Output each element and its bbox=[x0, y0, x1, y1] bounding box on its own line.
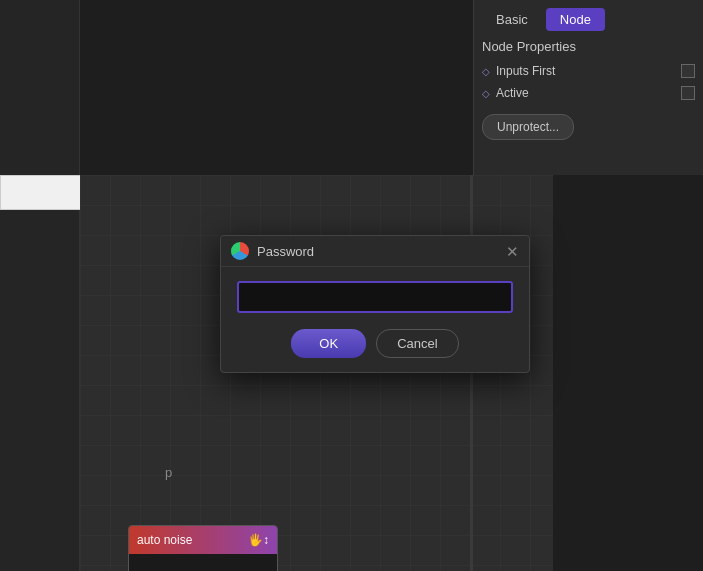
tab-basic[interactable]: Basic bbox=[482, 8, 542, 31]
sidebar bbox=[0, 0, 80, 571]
node-box[interactable]: auto noise 🖐↕ bbox=[128, 525, 278, 571]
inputs-first-checkbox[interactable] bbox=[681, 64, 695, 78]
dialog-body: OK Cancel bbox=[221, 267, 529, 372]
ok-button[interactable]: OK bbox=[291, 329, 366, 358]
node-icon: 🖐↕ bbox=[248, 533, 269, 547]
blender-icon bbox=[231, 242, 249, 260]
panel-title: Node Properties bbox=[482, 39, 695, 54]
password-dialog: Password ✕ OK Cancel bbox=[220, 235, 530, 373]
password-input[interactable] bbox=[237, 281, 513, 313]
tabs: Basic Node bbox=[482, 8, 695, 31]
canvas-label: p bbox=[165, 465, 172, 480]
unprotect-button[interactable]: Unprotect... bbox=[482, 114, 574, 140]
diamond-icon-inputs: ◇ bbox=[482, 66, 490, 77]
node-title: auto noise bbox=[137, 533, 242, 547]
cancel-button[interactable]: Cancel bbox=[376, 329, 458, 358]
tab-node[interactable]: Node bbox=[546, 8, 605, 31]
right-panel: Basic Node Node Properties ◇ Inputs Firs… bbox=[473, 0, 703, 175]
dialog-close-button[interactable]: ✕ bbox=[506, 244, 519, 259]
diamond-icon-active: ◇ bbox=[482, 88, 490, 99]
dialog-titlebar: Password ✕ bbox=[221, 236, 529, 267]
node-body bbox=[129, 554, 277, 571]
inputs-first-label: Inputs First bbox=[496, 64, 675, 78]
node-header: auto noise 🖐↕ bbox=[129, 526, 277, 554]
active-label: Active bbox=[496, 86, 675, 100]
active-checkbox[interactable] bbox=[681, 86, 695, 100]
dialog-buttons: OK Cancel bbox=[237, 329, 513, 358]
active-row: ◇ Active bbox=[482, 86, 695, 100]
dialog-title: Password bbox=[257, 244, 506, 259]
inputs-first-row: ◇ Inputs First bbox=[482, 64, 695, 78]
